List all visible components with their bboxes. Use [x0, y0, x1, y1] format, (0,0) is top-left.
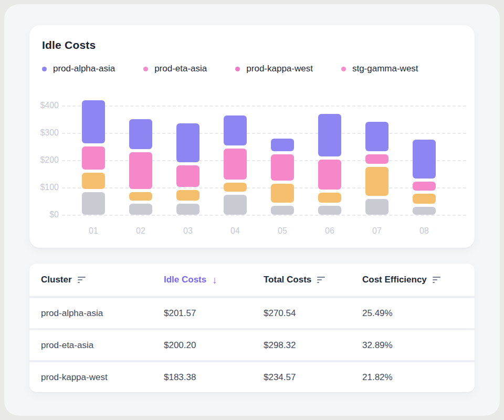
legend-item-prod-alpha-asia[interactable]: prod-alpha-asia: [42, 64, 115, 74]
bar-segment-prod-alpha-asia: [82, 100, 105, 143]
legend-label: prod-alpha-asia: [53, 64, 115, 74]
cell-idle_costs: $201.57: [164, 308, 264, 319]
bar-segment-prod-alpha-asia: [129, 119, 152, 149]
bar-segment-prod-eta-asia: [413, 182, 436, 191]
x-tick-label-06: 06: [306, 226, 353, 236]
bar-segment-prod-alpha-asia: [318, 114, 341, 156]
bar-04: [212, 96, 259, 215]
column-header-label: Cluster: [41, 275, 72, 285]
cell-cluster: prod-alpha-asia: [41, 308, 164, 319]
bar-segment-prod-kappa-west: [129, 192, 152, 201]
column-header-label: Idle Costs: [164, 275, 206, 285]
cell-cost_efficiency: 25.49%: [362, 308, 475, 319]
cell-total_costs: $234.57: [264, 372, 362, 383]
bar-segment-stg-gamma-west: [318, 206, 341, 215]
legend-dot-icon: [341, 67, 346, 71]
bar-segment-stg-gamma-west: [176, 204, 200, 215]
y-tick-label: $200: [37, 155, 59, 165]
cell-cost_efficiency: 32.89%: [362, 340, 475, 351]
legend-dot-icon: [42, 67, 47, 71]
legend-item-stg-gamma-west[interactable]: stg-gamma-west: [341, 64, 418, 74]
chart-plot-area: [62, 96, 466, 215]
column-header-label: Total Costs: [264, 275, 311, 285]
cell-cluster: prod-eta-asia: [41, 340, 164, 351]
table-header-row: ClusterIdle Costs↓Total CostsCost Effici…: [29, 264, 475, 296]
x-tick-label-01: 01: [70, 226, 117, 236]
bar-segment-prod-eta-asia: [318, 160, 341, 190]
y-tick-label: $300: [37, 128, 59, 138]
x-tick-label-02: 02: [117, 226, 164, 236]
bar-segment-prod-eta-asia: [271, 154, 294, 181]
bar-segment-prod-kappa-west: [271, 184, 294, 203]
cell-cluster: prod-kappa-west: [41, 372, 164, 383]
x-tick-label-03: 03: [164, 226, 212, 236]
bar-05: [259, 96, 306, 215]
column-header-cluster[interactable]: Cluster: [41, 275, 164, 285]
clusters-table-card: ClusterIdle Costs↓Total CostsCost Effici…: [29, 264, 475, 392]
y-tick-label: $0: [37, 210, 59, 219]
legend-label: prod-eta-asia: [154, 64, 207, 74]
bar-segment-prod-eta-asia: [82, 146, 105, 169]
cell-total_costs: $298.32: [264, 340, 362, 351]
bar-02: [117, 96, 164, 215]
bar-segment-prod-kappa-west: [413, 194, 436, 204]
x-tick-label-05: 05: [259, 226, 306, 236]
legend-item-prod-kappa-west[interactable]: prod-kappa-west: [235, 64, 313, 74]
bar-segment-prod-kappa-west: [318, 193, 341, 203]
legend-item-prod-eta-asia[interactable]: prod-eta-asia: [143, 64, 207, 74]
x-tick-label-07: 07: [353, 226, 401, 236]
bar-segment-prod-eta-asia: [224, 149, 247, 180]
bar-06: [306, 96, 353, 215]
legend-dot-icon: [235, 67, 240, 71]
bar-segment-prod-kappa-west: [224, 183, 247, 192]
x-tick-label-04: 04: [212, 226, 259, 236]
column-header-total-costs[interactable]: Total Costs: [264, 275, 362, 285]
bar-01: [70, 96, 117, 215]
gridline-0: [62, 215, 466, 216]
column-header-idle-costs[interactable]: Idle Costs↓: [164, 275, 264, 285]
bars-container: [70, 96, 448, 215]
chart-legend: prod-alpha-asiaprod-eta-asiaprod-kappa-w…: [42, 63, 418, 75]
column-header-cost-efficiency[interactable]: Cost Efficiency: [362, 275, 475, 285]
bar-segment-stg-gamma-west: [271, 206, 294, 215]
bar-segment-prod-kappa-west: [176, 190, 200, 201]
bar-segment-prod-kappa-west: [82, 173, 105, 189]
column-header-label: Cost Efficiency: [362, 275, 427, 285]
bar-segment-prod-kappa-west: [365, 167, 388, 196]
cell-total_costs: $270.54: [264, 308, 362, 319]
bar-03: [164, 96, 212, 215]
bar-segment-prod-alpha-asia: [365, 122, 388, 151]
bar-segment-prod-alpha-asia: [224, 116, 247, 145]
bar-segment-stg-gamma-west: [129, 204, 152, 215]
bar-segment-stg-gamma-west: [82, 192, 105, 215]
y-tick-label: $400: [37, 101, 59, 110]
x-tick-label-08: 08: [401, 226, 448, 236]
sort-lines-icon: [433, 277, 441, 283]
bar-segment-prod-alpha-asia: [271, 139, 294, 152]
bar-segment-prod-alpha-asia: [176, 123, 200, 163]
bar-segment-prod-eta-asia: [129, 152, 152, 190]
table-row-prod-eta-asia: prod-eta-asia$200.20$298.3232.89%: [29, 330, 475, 360]
arrow-down-icon: ↓: [212, 275, 217, 285]
x-axis: 0102030405060708: [70, 226, 448, 236]
bar-segment-prod-alpha-asia: [413, 140, 436, 179]
bar-segment-prod-eta-asia: [176, 165, 200, 187]
bar-segment-stg-gamma-west: [224, 195, 247, 215]
bar-08: [401, 96, 448, 215]
dashboard-panel: Idle Costs prod-alpha-asiaprod-eta-asiap…: [4, 4, 500, 416]
legend-dot-icon: [143, 67, 148, 71]
cell-cost_efficiency: 21.82%: [362, 372, 475, 383]
sort-lines-icon: [78, 277, 86, 283]
chart-title: Idle Costs: [42, 39, 96, 51]
bar-07: [353, 96, 401, 215]
cell-idle_costs: $183.38: [164, 372, 264, 383]
bar-segment-stg-gamma-west: [413, 207, 436, 215]
sort-lines-icon: [317, 277, 326, 283]
bar-segment-stg-gamma-west: [365, 199, 388, 215]
table-row-prod-kappa-west: prod-kappa-west$183.38$234.5721.82%: [29, 362, 475, 392]
idle-costs-chart-card: Idle Costs prod-alpha-asiaprod-eta-asiap…: [29, 25, 475, 248]
table-row-prod-alpha-asia: prod-alpha-asia$201.57$270.5425.49%: [29, 298, 475, 328]
bar-segment-prod-eta-asia: [365, 154, 388, 164]
legend-label: stg-gamma-west: [352, 64, 418, 74]
y-tick-label: $100: [37, 183, 59, 192]
